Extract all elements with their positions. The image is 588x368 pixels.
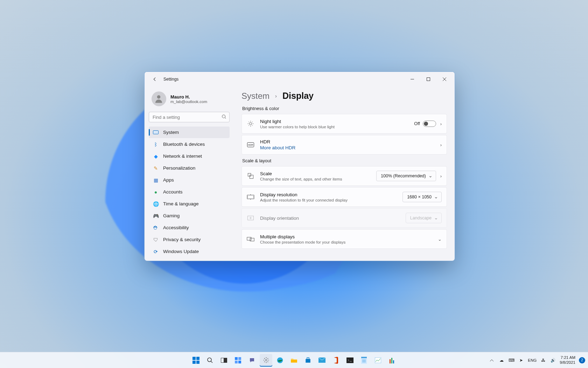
sidebar-item-label: Time & language <box>163 201 199 206</box>
search-input[interactable] <box>149 112 230 122</box>
scale-sub: Change the size of text, apps, and other… <box>260 177 371 181</box>
back-button[interactable] <box>149 74 160 84</box>
svg-rect-33 <box>390 359 391 363</box>
chevron-right-icon: › <box>440 173 442 179</box>
svg-rect-31 <box>361 357 367 358</box>
sidebar-item-label: Accounts <box>163 189 183 195</box>
profile-email: m_lab@outlook.com <box>170 100 207 104</box>
edge-icon <box>276 357 284 364</box>
svg-rect-8 <box>247 195 254 199</box>
chevron-right-icon: › <box>440 142 442 148</box>
file-explorer-button[interactable] <box>288 354 300 367</box>
chevron-right-icon: › <box>440 121 442 127</box>
profile-block[interactable]: Mauro H. m_lab@outlook.com <box>149 89 230 110</box>
sidebar-item-bluetooth[interactable]: ᛒ Bluetooth & devices <box>149 138 230 150</box>
breadcrumb-root[interactable]: System <box>241 91 270 101</box>
svg-point-23 <box>265 359 267 361</box>
sun-icon <box>247 120 254 127</box>
accessibility-icon: ⛑ <box>153 225 159 231</box>
svg-rect-12 <box>192 357 196 360</box>
svg-rect-19 <box>235 357 238 360</box>
widgets-button[interactable] <box>232 354 244 367</box>
sidebar-item-network[interactable]: ◆ Network & internet <box>149 150 230 162</box>
scale-select[interactable]: 100% (Recommended) <box>376 171 436 181</box>
row-multiple-displays[interactable]: Multiple displays Choose the presentatio… <box>241 229 447 249</box>
apps-icon: ▦ <box>153 177 159 183</box>
widgets-icon <box>235 357 241 363</box>
tray-overflow-button[interactable] <box>489 357 495 363</box>
office-button[interactable] <box>330 354 342 367</box>
svg-rect-0 <box>427 78 430 81</box>
language-indicator[interactable]: ENG <box>528 358 537 362</box>
settings-taskbar-button[interactable] <box>260 354 272 367</box>
search-button[interactable] <box>204 354 216 367</box>
settings-window: Settings Mauro H. m_lab@outlook.com <box>144 71 455 261</box>
clock[interactable]: 7:21 AM 9/8/2021 <box>560 355 575 364</box>
hdr-title: HDR <box>260 139 435 144</box>
start-button[interactable] <box>190 354 202 367</box>
folder-icon <box>290 357 298 363</box>
svg-rect-29 <box>346 357 354 363</box>
svg-rect-11 <box>250 238 254 241</box>
resolution-select[interactable]: 588 × 368 <box>402 192 442 202</box>
taskmanager-button[interactable] <box>372 354 384 367</box>
row-hdr[interactable]: HDR HDR More about HDR › <box>241 135 447 155</box>
task-view-button[interactable] <box>218 354 230 367</box>
network-tray-icon[interactable]: 🖧 <box>540 357 546 363</box>
store-button[interactable] <box>302 354 314 367</box>
chevron-up-icon <box>490 359 494 362</box>
mail-button[interactable] <box>316 354 328 367</box>
chevron-down-icon: ⌄ <box>438 237 442 242</box>
shield-icon: 🛡 <box>153 237 159 243</box>
svg-rect-22 <box>238 361 241 363</box>
chart-icon <box>375 357 381 363</box>
sidebar-item-label: Bluetooth & devices <box>163 142 205 147</box>
row-night-light[interactable]: Night light Use warmer colors to help bl… <box>241 114 447 134</box>
close-button[interactable] <box>436 74 453 85</box>
hdr-more-link[interactable]: More about HDR <box>260 145 435 150</box>
sidebar-item-accessibility[interactable]: ⛑ Accessibility <box>149 222 230 233</box>
sidebar-item-label: Windows Update <box>163 249 199 254</box>
chevron-right-icon: › <box>275 93 277 99</box>
chat-button[interactable] <box>246 354 258 367</box>
row-orientation: Display orientation Landscape <box>241 208 447 228</box>
mail-icon <box>318 357 326 363</box>
svg-rect-27 <box>307 357 309 359</box>
night-light-toggle[interactable]: Off <box>414 121 436 127</box>
location-icon[interactable]: ➤ <box>518 357 524 363</box>
sidebar-item-label: Gaming <box>163 213 180 218</box>
app-title: Settings <box>163 77 178 82</box>
sidebar-item-privacy[interactable]: 🛡 Privacy & security <box>149 234 230 245</box>
maximize-button[interactable] <box>420 74 436 85</box>
terminal-button[interactable] <box>344 354 356 367</box>
arrow-left-icon <box>152 77 157 82</box>
taskbar: ☁ ⌨ ➤ ENG 🖧 🔊 7:21 AM 9/8/2021 2 <box>0 352 588 368</box>
svg-rect-34 <box>391 358 392 363</box>
minimize-button[interactable] <box>404 74 420 85</box>
keyboard-icon[interactable]: ⌨ <box>508 357 514 363</box>
onedrive-icon[interactable]: ☁ <box>498 357 505 363</box>
volume-icon[interactable]: 🔊 <box>550 357 556 363</box>
taskview-icon <box>221 358 227 363</box>
sidebar-item-windows-update[interactable]: ⟳ Windows Update <box>149 246 230 257</box>
notifications-button[interactable]: 2 <box>579 357 585 363</box>
notepad-button[interactable] <box>358 354 370 367</box>
row-scale[interactable]: Scale Change the size of text, apps, and… <box>241 166 447 186</box>
sidebar-item-time-language[interactable]: 🌐 Time & language <box>149 198 230 210</box>
svg-rect-6 <box>248 173 251 176</box>
svg-rect-18 <box>224 358 227 362</box>
clock-date: 9/8/2021 <box>560 360 575 365</box>
sidebar-item-apps[interactable]: ▦ Apps <box>149 174 230 186</box>
breadcrumb-leaf: Display <box>282 91 314 101</box>
row-resolution[interactable]: Display resolution Adjust the resolution… <box>241 187 447 207</box>
sidebar-item-system[interactable]: System <box>149 127 230 138</box>
person-icon: ● <box>153 189 159 195</box>
sidebar-item-gaming[interactable]: 🎮 Gaming <box>149 210 230 222</box>
sidebar-item-label: Accessibility <box>163 225 189 230</box>
edge-button[interactable] <box>274 354 286 367</box>
hdr-icon: HDR <box>247 142 254 147</box>
sidebar-item-personalization[interactable]: ✎ Personalization <box>149 162 230 174</box>
app-button-extra[interactable] <box>386 354 398 367</box>
sidebar-item-accounts[interactable]: ● Accounts <box>149 186 230 198</box>
svg-text:HDR: HDR <box>248 144 253 146</box>
